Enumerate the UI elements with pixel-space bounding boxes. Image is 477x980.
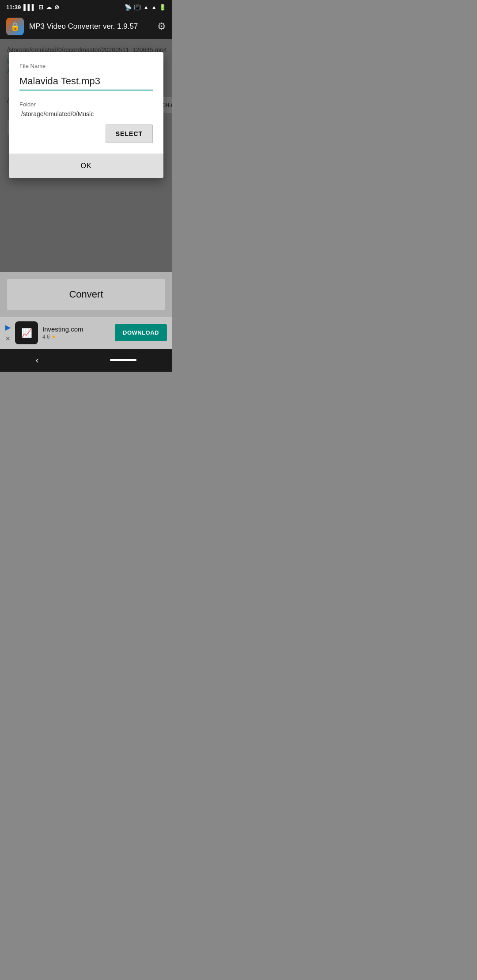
status-bar: 11:39 ▌▌▌ ⊡ ☁ ⊘ 📡 📳 ▲ ▲ 🔋 — [0, 0, 172, 14]
convert-section: Convert — [0, 272, 172, 317]
ad-app-icon: 📈 — [15, 321, 38, 344]
ad-rating: 4.6 ★ — [42, 334, 110, 340]
ad-download-button[interactable]: DOWNLOAD — [115, 324, 167, 341]
cast-icon: 📡 — [125, 4, 132, 11]
time-display: 11:39 — [6, 4, 21, 11]
convert-button[interactable]: Convert — [7, 279, 165, 310]
signal-icon: ▌▌▌ — [23, 4, 36, 11]
nav-bar: ‹ — [0, 349, 172, 372]
ad-bar: ▶ ✕ 📈 Investing.com 4.6 ★ DOWNLOAD — [0, 317, 172, 349]
network-icon: ▲ — [151, 4, 157, 11]
dialog-ok-button[interactable]: OK — [9, 154, 163, 178]
battery-icon: 🔋 — [159, 4, 166, 11]
ad-play-icon: ▶ — [5, 323, 11, 332]
app-icon: 🔒 — [6, 18, 24, 35]
ad-star-icon: ★ — [51, 334, 56, 340]
app-title: MP3 Video Converter ver. 1.9.57 — [29, 22, 152, 31]
ad-side-icons: ▶ ✕ — [5, 323, 11, 342]
dnd-icon: ⊘ — [54, 4, 59, 11]
filename-input-wrap — [19, 74, 153, 90]
filename-input[interactable] — [19, 74, 153, 90]
ad-info: Investing.com 4.6 ★ — [42, 325, 110, 340]
back-button[interactable]: ‹ — [36, 355, 39, 365]
vibrate-icon: 📳 — [134, 4, 141, 11]
dialog-overlay: File Name Folder /storage/emulated/0/Mus… — [0, 39, 172, 272]
screen-record-icon: ⊡ — [38, 4, 43, 11]
settings-icon[interactable]: ⚙ — [157, 21, 166, 32]
dialog-title: File Name — [19, 63, 153, 69]
home-pill[interactable] — [110, 359, 136, 361]
folder-path: /storage/emulated/0/Music — [19, 110, 153, 117]
cloud-icon: ☁ — [46, 4, 52, 11]
ad-name: Investing.com — [42, 325, 110, 333]
app-bar: 🔒 MP3 Video Converter ver. 1.9.57 ⚙ — [0, 14, 172, 39]
wifi-icon: ▲ — [143, 4, 149, 11]
file-name-dialog: File Name Folder /storage/emulated/0/Mus… — [9, 52, 163, 178]
dialog-select-button[interactable]: SELECT — [106, 124, 153, 143]
main-area: /storage/emulated/0/recordmaster/2020051… — [0, 39, 172, 272]
ad-close-icon[interactable]: ✕ — [5, 335, 11, 342]
folder-label: Folder — [19, 101, 153, 108]
